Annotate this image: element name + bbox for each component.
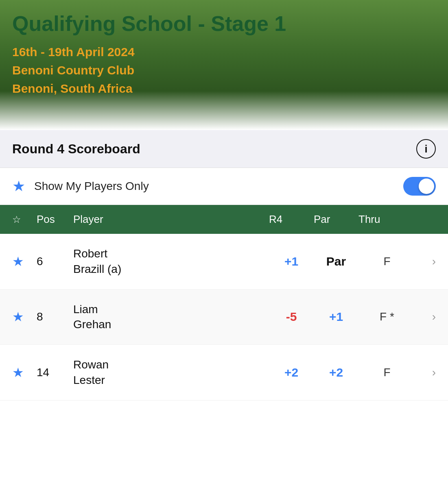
filter-label: Show My Players Only [34,180,149,193]
row-thru: F * [358,310,415,323]
th-r4: R4 [269,213,314,226]
row-r4-score: -5 [269,310,314,324]
row-player-name: RobertBrazill (a) [73,246,269,277]
th-pos: Pos [37,213,73,226]
row-star-icon[interactable]: ★ [12,254,37,269]
table-body: ★ 6 RobertBrazill (a) +1 Par F › ★ 8 Lia… [0,234,448,401]
table-row[interactable]: ★ 14 RowanLester +2 +2 F › [0,345,448,401]
row-player-name: RowanLester [73,357,269,388]
tournament-venue: Benoni Country Club [12,61,286,79]
th-player: Player [73,213,269,226]
tournament-meta: 16th - 19th April 2024 Benoni Country Cl… [12,43,286,98]
tournament-title: Qualifying School - Stage 1 [12,12,286,35]
table-header: ☆ Pos Player R4 Par Thru [0,205,448,234]
row-r4-score: +1 [269,255,314,268]
filter-star-icon: ★ [12,178,25,195]
table-row[interactable]: ★ 6 RobertBrazill (a) +1 Par F › [0,234,448,290]
tournament-location: Benoni, South Africa [12,79,286,98]
tournament-dates: 16th - 19th April 2024 [12,43,286,61]
row-par-score: +1 [314,310,358,324]
row-chevron-icon[interactable]: › [415,310,436,323]
row-par-score: Par [314,255,358,268]
toggle-knob [419,179,434,194]
row-position: 8 [37,310,73,323]
row-chevron-icon[interactable]: › [415,366,436,379]
row-r4-score: +2 [269,366,314,379]
th-thru: Thru [358,213,415,226]
filter-left: ★ Show My Players Only [12,178,149,195]
row-star-icon[interactable]: ★ [12,365,37,380]
row-par-score: +2 [314,366,358,379]
scoreboard-title: Round 4 Scoreboard [12,142,140,157]
row-chevron-icon[interactable]: › [415,255,436,268]
header-content: Qualifying School - Stage 1 16th - 19th … [12,12,286,98]
info-icon[interactable]: i [416,139,436,159]
th-star: ☆ [12,214,37,225]
row-position: 14 [37,366,73,379]
filter-row: ★ Show My Players Only [0,168,448,205]
row-thru: F [358,255,415,268]
table-row[interactable]: ★ 8 LiamGrehan -5 +1 F * › [0,290,448,345]
th-par: Par [314,213,358,226]
show-my-players-toggle[interactable] [403,177,436,196]
row-thru: F [358,366,415,379]
scoreboard-header: Round 4 Scoreboard i [0,130,448,168]
hero-background: Qualifying School - Stage 1 16th - 19th … [0,0,448,130]
row-player-name: LiamGrehan [73,302,269,333]
row-position: 6 [37,255,73,268]
row-star-icon[interactable]: ★ [12,309,37,325]
